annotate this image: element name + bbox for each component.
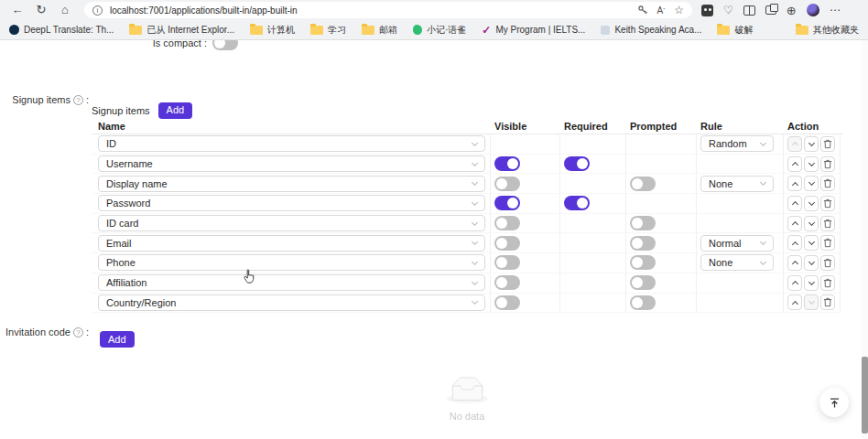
move-down-button[interactable] (804, 216, 819, 231)
rule-select[interactable]: None (700, 254, 774, 271)
visible-toggle[interactable] (494, 177, 520, 191)
name-select[interactable]: ID card (98, 215, 485, 231)
visible-toggle[interactable] (494, 295, 520, 310)
web-capture-icon[interactable]: ⊕ (787, 4, 797, 17)
bookmark-item[interactable]: 计算机 (250, 24, 295, 37)
password-key-icon[interactable] (637, 5, 648, 16)
signup-items-field-label: Signup items ? : (0, 94, 89, 105)
bookmark-item[interactable]: 学习 (310, 24, 346, 37)
visible-toggle[interactable] (494, 275, 520, 290)
move-down-button[interactable] (804, 255, 819, 271)
delete-button[interactable] (820, 255, 835, 271)
delete-button[interactable] (820, 156, 835, 172)
required-toggle[interactable] (564, 196, 590, 210)
delete-button[interactable] (820, 196, 835, 211)
trash-icon (823, 198, 832, 209)
scrollbar-thumb[interactable] (862, 357, 868, 434)
delete-button[interactable] (820, 216, 835, 231)
bookmark-item[interactable]: ✓My Program | IELTS... (482, 24, 585, 37)
split-screen-icon[interactable] (743, 5, 755, 16)
move-up-button[interactable] (787, 196, 802, 211)
move-up-button[interactable] (787, 216, 802, 231)
visible-toggle[interactable] (494, 255, 520, 270)
site-info-icon[interactable]: i (92, 5, 103, 16)
chevron-down-icon (472, 199, 478, 206)
move-up-button[interactable] (787, 235, 802, 251)
name-select[interactable]: Username (98, 155, 485, 172)
prompted-toggle[interactable] (630, 216, 656, 230)
prompted-toggle[interactable] (630, 295, 656, 310)
move-up-button[interactable] (787, 255, 802, 271)
signup-add-button[interactable]: Add (158, 102, 193, 119)
delete-button[interactable] (820, 235, 835, 251)
help-icon[interactable]: ? (73, 95, 83, 105)
prompted-toggle[interactable] (630, 236, 656, 251)
move-down-button[interactable] (804, 235, 819, 251)
delete-button[interactable] (820, 294, 835, 310)
name-select[interactable]: Email (98, 235, 485, 252)
move-down-button[interactable] (804, 196, 819, 211)
home-icon[interactable]: ⌂ (53, 0, 77, 20)
name-select[interactable]: Country/Region (98, 294, 485, 311)
refresh-icon[interactable]: ↻ (29, 0, 53, 20)
bookmark-item[interactable]: 邮箱 (362, 24, 397, 37)
name-select[interactable]: Affiliation (98, 274, 485, 291)
more-menu-icon[interactable]: ⋯ (830, 4, 841, 16)
bookmark-item[interactable]: DeepL Translate: Th... (9, 25, 114, 35)
prompted-toggle[interactable] (630, 275, 656, 290)
chevron-up-icon (791, 201, 797, 208)
help-icon[interactable]: ? (73, 327, 83, 337)
name-select[interactable]: Display name (98, 176, 485, 192)
rule-select[interactable]: None (700, 176, 774, 192)
back-to-top-button[interactable] (819, 388, 849, 417)
move-down-button[interactable] (804, 275, 819, 291)
rule-select[interactable]: Random (700, 135, 774, 152)
required-toggle[interactable] (564, 156, 590, 171)
profile-avatar[interactable] (807, 4, 819, 16)
name-select[interactable]: Phone (98, 254, 485, 271)
bookmark-item[interactable]: 破解 (717, 24, 753, 37)
chevron-down-icon (808, 259, 814, 265)
invitation-add-button[interactable]: Add (100, 331, 135, 348)
move-down-button[interactable] (804, 136, 819, 152)
read-aloud-icon[interactable]: Aˆ (657, 5, 666, 16)
is-compact-toggle[interactable] (212, 40, 238, 50)
move-down-button[interactable] (804, 294, 819, 310)
bookmark-item[interactable]: 小记·语雀 (413, 24, 466, 37)
delete-button[interactable] (820, 176, 835, 191)
chevron-down-icon (472, 239, 478, 245)
signup-table-header: Name Visible Required Prompted Rule Acti… (92, 119, 842, 134)
name-select[interactable]: ID (98, 135, 485, 152)
visible-toggle[interactable] (494, 156, 520, 171)
move-up-button[interactable] (787, 156, 802, 172)
chevron-down-icon (760, 179, 766, 186)
rule-select[interactable]: Normal (700, 235, 774, 252)
move-up-button[interactable] (787, 294, 802, 310)
back-icon[interactable]: ← (5, 0, 29, 20)
chevron-down-icon (808, 199, 814, 206)
move-down-button[interactable] (804, 156, 819, 172)
move-down-button[interactable] (804, 176, 819, 191)
visible-toggle[interactable] (494, 236, 520, 251)
prompted-toggle[interactable] (630, 255, 656, 270)
name-select[interactable]: Password (98, 195, 485, 211)
visible-toggle[interactable] (494, 216, 520, 230)
delete-button[interactable] (820, 275, 835, 291)
signup-row: Username (92, 155, 842, 175)
signup-row: Country/Region (92, 294, 842, 314)
bookmark-item[interactable]: 已从 Internet Explor... (129, 24, 234, 37)
url-bar[interactable]: i localhost:7001/applications/built-in/a… (84, 2, 692, 18)
prompted-toggle[interactable] (630, 177, 656, 191)
browser-essentials-icon[interactable]: ♡ (723, 4, 733, 16)
visible-toggle[interactable] (494, 196, 520, 210)
url-text[interactable]: localhost:7001/applications/built-in/app… (110, 5, 628, 16)
other-favorites-folder[interactable]: 其他收藏夹 (796, 24, 859, 37)
favorite-star-icon[interactable]: ☆ (674, 4, 684, 16)
extension-icon[interactable] (701, 5, 713, 16)
collections-icon[interactable] (765, 5, 776, 15)
move-up-button[interactable] (787, 275, 802, 291)
delete-button[interactable] (820, 136, 835, 152)
move-up-button[interactable] (787, 176, 802, 191)
move-up-button[interactable] (787, 136, 802, 152)
bookmark-item[interactable]: Keith Speaking Aca... (601, 25, 701, 35)
